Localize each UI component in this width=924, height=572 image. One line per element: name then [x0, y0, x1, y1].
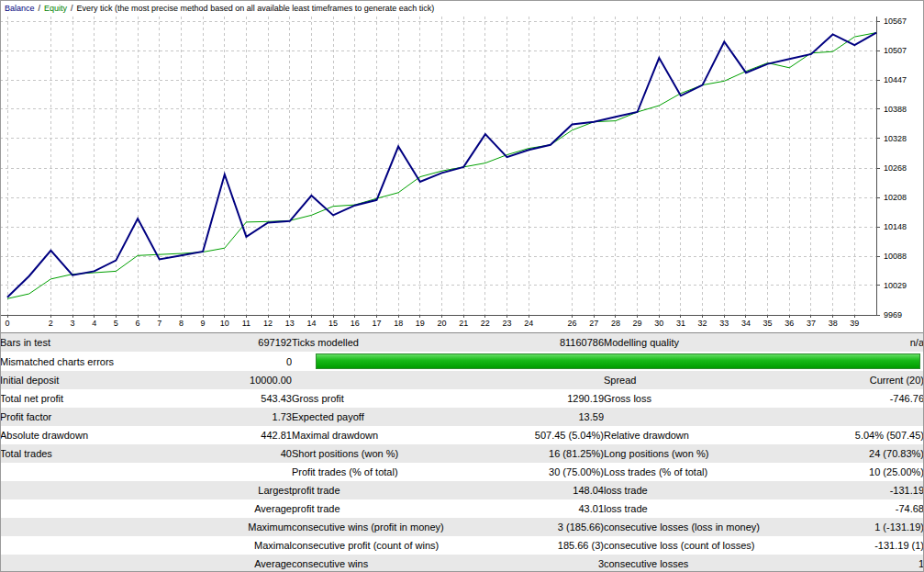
stat-value: Average [174, 555, 292, 572]
stat-label: consecutive losses [604, 555, 798, 572]
stat-label: Bars in test [0, 333, 174, 353]
stat-label [0, 536, 174, 555]
x-axis-label: 33 [719, 319, 729, 328]
chart-svg: 9969100291008810148102081026810328103881… [0, 17, 924, 332]
stat-value: 5.04% (507.45) [798, 426, 924, 444]
x-axis-label: 10 [220, 319, 229, 328]
stat-label: Loss trades (% of total) [604, 463, 798, 481]
stat-value: 1290.19 [492, 389, 604, 408]
x-axis-label: 12 [263, 319, 273, 328]
y-axis-label: 10088 [884, 252, 907, 261]
x-axis-label: 36 [785, 319, 794, 328]
x-axis-label: 23 [503, 319, 512, 328]
stat-label: Total net profit [0, 389, 174, 408]
x-axis-label: 3 [71, 319, 75, 328]
stat-label: Profit trades (% of total) [292, 463, 492, 481]
stat-value: 10000.00 [174, 371, 292, 389]
x-axis-label: 13 [285, 319, 295, 328]
stat-label: Long positions (won %) [604, 444, 798, 463]
x-axis-label: 20 [437, 319, 446, 328]
stat-label: Relative drawdown [604, 426, 798, 444]
stat-label [604, 408, 798, 426]
table-row: Largestprofit trade148.04loss trade-131.… [0, 481, 924, 499]
stat-value: 1 [798, 555, 924, 572]
stat-label: Ticks modelled [292, 333, 492, 353]
stat-label: consecutive wins [292, 555, 492, 572]
table-row: Total net profit543.43Gross profit1290.1… [0, 389, 924, 408]
x-axis-label: 34 [741, 319, 751, 328]
table-row: Profit trades (% of total)30 (75.00%)Los… [0, 463, 924, 481]
x-axis-label: 39 [850, 319, 859, 328]
stat-value: Maximal [174, 536, 292, 555]
x-axis-label: 15 [328, 319, 338, 328]
modelling-quality-cell [292, 352, 924, 371]
stat-value: 16 (81.25%) [492, 444, 604, 463]
stat-label [0, 555, 174, 572]
stat-value: 43.01 [492, 499, 604, 518]
table-row: Maximalconsecutive profit (count of wins… [0, 536, 924, 555]
stat-value: -131.19 [798, 481, 924, 499]
stat-value: 442.81 [174, 426, 292, 444]
x-axis-label: 6 [136, 319, 140, 328]
stat-value [174, 463, 292, 481]
x-axis-label: 38 [829, 319, 838, 328]
x-axis-label: 19 [416, 319, 425, 328]
x-axis-label: 0 [5, 319, 9, 328]
stat-label [0, 481, 174, 499]
stat-label: Spread [604, 371, 798, 389]
stat-value: 40 [174, 444, 292, 463]
y-axis-label: 10208 [884, 193, 907, 202]
x-axis-label: 7 [157, 319, 161, 328]
stat-value: 30 (75.00%) [492, 463, 604, 481]
x-axis-label: 17 [372, 319, 381, 328]
results-table-body: Bars in test697192Ticks modelled81160786… [0, 333, 924, 572]
modelling-quality-bar [316, 353, 920, 369]
stat-label: Total trades [0, 444, 174, 463]
x-axis-label: 9 [201, 319, 206, 328]
x-axis-label: 32 [698, 319, 707, 328]
stat-value: 543.43 [174, 389, 292, 408]
stat-label: Gross loss [604, 389, 798, 408]
stat-label: Initial deposit [0, 371, 174, 389]
stat-label [0, 499, 174, 518]
results-table: Bars in test697192Ticks modelled81160786… [0, 332, 924, 572]
y-axis-label: 10447 [884, 75, 907, 84]
x-axis-label: 35 [763, 319, 773, 328]
stat-value: Current (20) [798, 371, 924, 389]
stat-value: 1.73 [174, 408, 292, 426]
stat-label: profit trade [292, 499, 492, 518]
x-axis-label: 2 [49, 319, 53, 328]
stat-value [798, 408, 924, 426]
stat-value: 3 [492, 555, 604, 572]
table-row: Averageprofit trade43.01loss trade-74.68 [0, 499, 924, 518]
stat-value: Average [174, 499, 292, 518]
table-row: Mismatched charts errors0 [0, 352, 924, 371]
stat-value: n/a [798, 333, 924, 353]
table-row: Initial deposit10000.00SpreadCurrent (20… [0, 371, 924, 389]
stat-label: Absolute drawdown [0, 426, 174, 444]
x-axis-label: 31 [676, 319, 685, 328]
stat-value: 24 (70.83%) [798, 444, 924, 463]
stat-value: 1 (-131.19) [798, 518, 924, 536]
stat-value: -746.76 [798, 389, 924, 408]
stat-label [292, 371, 492, 389]
stat-label [0, 518, 174, 536]
strategy-tester-report: Balance / Equity / Every tick (the most … [0, 0, 924, 572]
legend-separator: / [39, 4, 41, 13]
table-row: Bars in test697192Ticks modelled81160786… [0, 333, 924, 353]
x-axis-label: 29 [633, 319, 642, 328]
y-axis-label: 10148 [884, 222, 907, 231]
stat-label: consecutive losses (loss in money) [604, 518, 798, 536]
x-axis-label: 27 [589, 319, 598, 328]
stat-label: loss trade [604, 499, 798, 518]
stat-label: Gross profit [292, 389, 492, 408]
y-axis-label: 10388 [884, 105, 907, 114]
y-axis-label: 10029 [884, 281, 907, 290]
stat-label: profit trade [292, 481, 492, 499]
chart-legend: Balance / Equity / Every tick (the most … [0, 0, 924, 17]
legend-balance-label: Balance [5, 4, 35, 13]
stat-label: Mismatched charts errors [0, 352, 174, 371]
y-axis-label: 10567 [884, 17, 907, 26]
stat-label: loss trade [604, 481, 798, 499]
x-axis-label: 37 [807, 319, 816, 328]
